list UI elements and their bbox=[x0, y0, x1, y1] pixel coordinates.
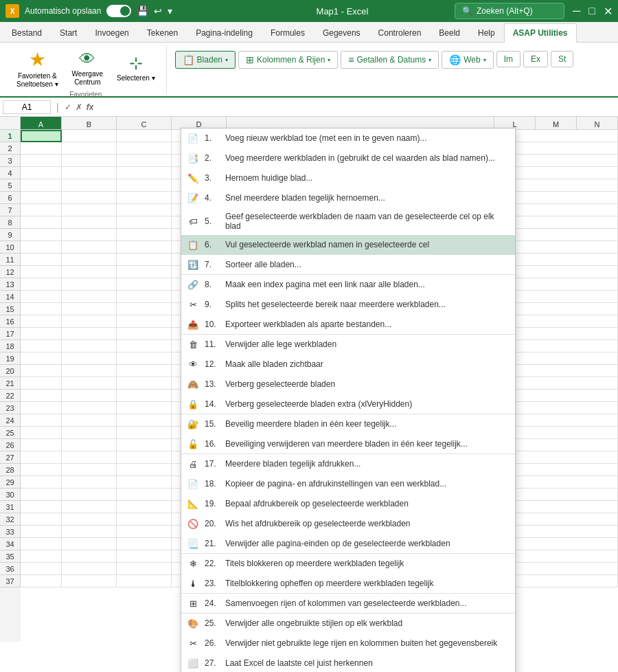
minimize-icon[interactable]: ─ bbox=[573, 5, 580, 18]
btn-web[interactable]: 🌐 Web ▾ bbox=[442, 51, 493, 69]
undo-icon[interactable]: ↩ bbox=[154, 5, 162, 16]
menu-item-10[interactable]: 📤10.Exporteer werkbladen als aparte best… bbox=[181, 315, 515, 335]
row-header-32[interactable]: 32 bbox=[0, 513, 21, 526]
formula-x-icon[interactable]: ✗ bbox=[76, 102, 82, 112]
tab-formules[interactable]: Formules bbox=[262, 23, 314, 42]
tab-help[interactable]: Help bbox=[469, 23, 504, 42]
btn-st[interactable]: St bbox=[551, 51, 573, 67]
tab-pagina[interactable]: Pagina-indeling bbox=[187, 23, 262, 42]
customize-icon[interactable]: ▾ bbox=[168, 5, 172, 16]
row-header-24[interactable]: 24 bbox=[0, 414, 21, 427]
tab-beeld[interactable]: Beeld bbox=[430, 23, 469, 42]
row-header-27[interactable]: 27 bbox=[0, 451, 21, 464]
formula-input[interactable] bbox=[96, 101, 615, 113]
btn-selecteren[interactable]: ⊹ Selecteren ▾ bbox=[111, 47, 161, 89]
row-header-9[interactable]: 9 bbox=[0, 229, 21, 241]
row-header-3[interactable]: 3 bbox=[0, 155, 21, 167]
row-header-7[interactable]: 7 bbox=[0, 204, 21, 216]
menu-item-2[interactable]: 📑2.Voeg meerdere werkbladen in (gebruikt… bbox=[181, 148, 515, 168]
menu-item-5[interactable]: 🏷5.Geef geselecteerde werkbladen de naam… bbox=[181, 208, 515, 235]
menu-item-25[interactable]: 🎨25.Verwijder alle ongebruikte stijlen o… bbox=[181, 614, 515, 634]
menu-item-19[interactable]: 📐19.Bepaal afdrukbereik op geselecteerde… bbox=[181, 494, 515, 514]
search-box[interactable]: 🔍 Zoeken (Alt+Q) bbox=[455, 3, 564, 19]
row-header-1[interactable]: 1 bbox=[0, 130, 21, 142]
menu-item-7[interactable]: 🔃7.Sorteer alle bladen... bbox=[181, 255, 515, 275]
btn-ex[interactable]: Ex bbox=[523, 51, 548, 67]
row-header-14[interactable]: 14 bbox=[0, 291, 21, 303]
tab-tekenen[interactable]: Tekenen bbox=[138, 23, 187, 42]
cell-b2[interactable] bbox=[62, 142, 117, 155]
menu-item-18[interactable]: 📄18.Kopieer de pagina- en afdrukinstelli… bbox=[181, 474, 515, 494]
row-header-29[interactable]: 29 bbox=[0, 476, 21, 489]
row-header-28[interactable]: 28 bbox=[0, 464, 21, 476]
row-header-34[interactable]: 34 bbox=[0, 538, 21, 550]
menu-item-4[interactable]: 📝4.Snel meerdere bladen tegelijk hernoem… bbox=[181, 188, 515, 208]
tab-gegevens[interactable]: Gegevens bbox=[314, 23, 369, 42]
btn-getallen[interactable]: ≡ Getallen & Datums ▾ bbox=[341, 51, 439, 69]
col-header-m[interactable]: M bbox=[536, 117, 577, 129]
row-header-19[interactable]: 19 bbox=[0, 352, 21, 365]
tab-asap[interactable]: ASAP Utilities bbox=[504, 23, 577, 43]
tab-bestand[interactable]: Bestand bbox=[3, 23, 51, 42]
tab-controleren[interactable]: Controleren bbox=[369, 23, 431, 42]
row-header-36[interactable]: 36 bbox=[0, 563, 21, 575]
row-header-16[interactable]: 16 bbox=[0, 315, 21, 328]
menu-item-8[interactable]: 🔗8.Maak een index pagina met een link na… bbox=[181, 275, 515, 295]
btn-bladen[interactable]: 📋 Bladen ▾ bbox=[175, 51, 236, 69]
row-header-21[interactable]: 21 bbox=[0, 377, 21, 390]
col-header-b[interactable]: B bbox=[62, 117, 117, 129]
row-header-33[interactable]: 33 bbox=[0, 526, 21, 538]
menu-item-21[interactable]: 📃21.Verwijder alle pagina-einden op de g… bbox=[181, 534, 515, 554]
tab-start[interactable]: Start bbox=[51, 23, 86, 42]
col-header-a[interactable]: A bbox=[21, 117, 62, 129]
row-header-15[interactable]: 15 bbox=[0, 303, 21, 315]
row-header-26[interactable]: 26 bbox=[0, 439, 21, 451]
row-header-11[interactable]: 11 bbox=[0, 254, 21, 266]
menu-item-26[interactable]: ✂26.Verwijder niet gebruikte lege rijen … bbox=[181, 634, 515, 642]
btn-im[interactable]: Im bbox=[496, 51, 520, 67]
row-header-18[interactable]: 18 bbox=[0, 340, 21, 352]
tab-invoegen[interactable]: Invoegen bbox=[86, 23, 137, 42]
row-header-22[interactable]: 22 bbox=[0, 390, 21, 402]
btn-favorieten[interactable]: ★ Favorieten &Sneltoetsen ▾ bbox=[11, 47, 64, 89]
menu-item-3[interactable]: ✏️3.Hernoem huidige blad... bbox=[181, 168, 515, 188]
menu-item-14[interactable]: 🔒14.Verberg geselecteerde bladen extra (… bbox=[181, 394, 515, 414]
menu-item-6[interactable]: 📋6.Vul geselecteerde werkblad namen in g… bbox=[181, 235, 515, 255]
row-header-12[interactable]: 12 bbox=[0, 266, 21, 278]
row-header-20[interactable]: 20 bbox=[0, 365, 21, 377]
menu-item-11[interactable]: 🗑11.Verwijder alle lege werkbladen bbox=[181, 335, 515, 355]
btn-kolommen[interactable]: ⊞ Kolommen & Rijen ▾ bbox=[238, 51, 338, 69]
formula-check-icon[interactable]: ✓ bbox=[65, 102, 71, 112]
row-header-10[interactable]: 10 bbox=[0, 241, 21, 254]
menu-item-22[interactable]: ❄22.Titels blokkeren op meerdere werkbla… bbox=[181, 554, 515, 574]
btn-weergave[interactable]: 👁 WeergaveCentrum bbox=[67, 47, 108, 89]
row-header-35[interactable]: 35 bbox=[0, 550, 21, 563]
formula-fx-icon[interactable]: fx bbox=[87, 102, 94, 112]
row-header-31[interactable]: 31 bbox=[0, 501, 21, 513]
save-icon[interactable]: 💾 bbox=[137, 5, 148, 16]
row-header-8[interactable]: 8 bbox=[0, 216, 21, 229]
row-header-25[interactable]: 25 bbox=[0, 427, 21, 439]
cell-b1[interactable] bbox=[62, 130, 117, 142]
cell-c1[interactable] bbox=[117, 130, 172, 142]
menu-item-13[interactable]: 🙈13.Verberg geselecteerde bladen bbox=[181, 374, 515, 394]
menu-item-23[interactable]: 🌡23.Titelblokkering opheffen op meerdere… bbox=[181, 574, 515, 594]
row-header-5[interactable]: 5 bbox=[0, 179, 21, 192]
cell-a2[interactable] bbox=[21, 142, 62, 155]
menu-item-12[interactable]: 👁12.Maak alle bladen zichtbaar bbox=[181, 355, 515, 374]
row-header-17[interactable]: 17 bbox=[0, 328, 21, 340]
row-header-23[interactable]: 23 bbox=[0, 402, 21, 414]
col-header-c[interactable]: C bbox=[117, 117, 172, 129]
cell-a1[interactable] bbox=[21, 130, 62, 142]
close-icon[interactable]: ✕ bbox=[604, 5, 613, 18]
menu-item-24[interactable]: ⊞24.Samenvoegen rijen of kolommen van ge… bbox=[181, 594, 515, 614]
menu-item-15[interactable]: 🔐15.Beveilig meerdere bladen in één keer… bbox=[181, 414, 515, 434]
col-header-n[interactable]: N bbox=[577, 117, 618, 129]
menu-item-16[interactable]: 🔓16.Beveiliging verwijderen van meerdere… bbox=[181, 434, 515, 454]
cell-ref-input[interactable] bbox=[3, 100, 51, 114]
cell-c2[interactable] bbox=[117, 142, 172, 155]
row-header-13[interactable]: 13 bbox=[0, 278, 21, 291]
row-header-37[interactable]: 37 bbox=[0, 575, 21, 587]
row-header-2[interactable]: 2 bbox=[0, 142, 21, 155]
menu-item-20[interactable]: 🚫20.Wis het afdrukbereik op geselecteerd… bbox=[181, 514, 515, 534]
